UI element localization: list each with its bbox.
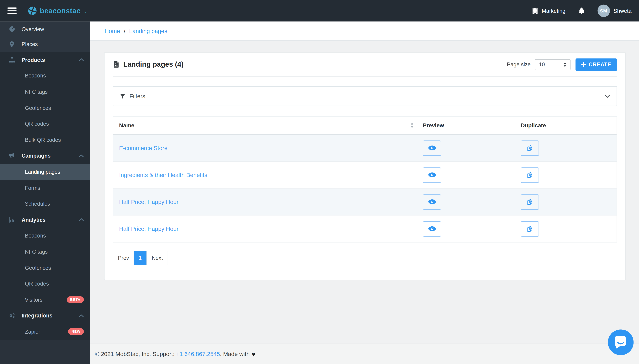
copy-icon bbox=[526, 144, 534, 152]
sidebar-item-label: QR codes bbox=[25, 280, 49, 287]
brand-name: beaconstac bbox=[40, 6, 81, 15]
breadcrumb-home-link[interactable]: Home bbox=[105, 28, 120, 34]
table-row: E-commerce Store bbox=[113, 135, 617, 162]
brand-mark-icon bbox=[28, 6, 37, 15]
card-header: Landing pages (4) Page size 10 bbox=[113, 53, 617, 77]
user-menu[interactable]: SM Shweta bbox=[597, 4, 631, 17]
page-size-select[interactable]: 10 bbox=[535, 59, 570, 70]
chevron-up-icon bbox=[79, 154, 84, 158]
breadcrumb-landing-pages-link[interactable]: Landing pages bbox=[129, 28, 167, 34]
sidebar-item-label: Forms bbox=[25, 185, 40, 191]
sidebar-section-integrations[interactable]: Integrations bbox=[0, 308, 90, 324]
duplicate-button[interactable] bbox=[521, 194, 539, 210]
sidebar-item-forms[interactable]: Forms bbox=[0, 180, 90, 196]
image-file-icon bbox=[113, 61, 120, 68]
page-title: Landing pages (4) bbox=[113, 60, 183, 69]
pagination-prev-button[interactable]: Prev bbox=[113, 251, 134, 265]
organization-switcher[interactable]: Marketing bbox=[532, 7, 565, 14]
sidebar-section-label: Integrations bbox=[22, 313, 53, 319]
funnel-icon bbox=[120, 94, 125, 99]
create-button[interactable]: CREATE bbox=[575, 58, 617, 71]
copyright-text: © 2021 MobStac, Inc. Support: bbox=[95, 351, 176, 357]
organization-label: Marketing bbox=[542, 8, 565, 14]
sidebar-item-label: QR codes bbox=[25, 121, 49, 127]
menu-icon[interactable] bbox=[8, 8, 17, 14]
top-bar: beaconstac ™ Ma bbox=[0, 0, 639, 22]
support-phone-link[interactable]: +1 646.867.2545 bbox=[176, 351, 220, 357]
pagination-next-button[interactable]: Next bbox=[147, 251, 168, 265]
eye-icon bbox=[428, 199, 436, 205]
sidebar-item-landing-pages[interactable]: Landing pages bbox=[0, 164, 90, 180]
table-header-row: Name Preview Duplicate bbox=[113, 117, 617, 135]
sidebar-item-label: Places bbox=[22, 41, 38, 47]
beta-badge: BETA bbox=[67, 296, 84, 303]
sidebar-item-label: Schedules bbox=[25, 200, 50, 207]
sitemap-icon bbox=[8, 57, 15, 63]
eye-icon bbox=[428, 145, 436, 151]
sidebar-item-beacons[interactable]: Beacons bbox=[0, 68, 90, 84]
column-header-duplicate: Duplicate bbox=[521, 122, 546, 128]
sort-icon[interactable] bbox=[410, 123, 414, 128]
sidebar-item-zapier[interactable]: Zapier NEW bbox=[0, 324, 90, 340]
pagination-page-1[interactable]: 1 bbox=[134, 251, 147, 265]
page-size-value: 10 bbox=[539, 61, 545, 68]
sidebar-item-label: Beacons bbox=[25, 73, 46, 79]
sidebar-section-products[interactable]: Products bbox=[0, 52, 90, 68]
sidebar-section-campaigns[interactable]: Campaigns bbox=[0, 148, 90, 164]
sidebar-item-label: Geofences bbox=[25, 264, 51, 271]
sidebar-item-label: Zapier bbox=[25, 328, 40, 335]
column-header-preview: Preview bbox=[423, 122, 444, 128]
sidebar-item-label: Landing pages bbox=[25, 169, 60, 175]
sidebar-item-label: Overview bbox=[22, 26, 44, 32]
preview-button[interactable] bbox=[423, 221, 441, 236]
landing-page-link[interactable]: Half Price, Happy Hour bbox=[119, 226, 178, 232]
sidebar-item-schedules[interactable]: Schedules bbox=[0, 196, 90, 212]
preview-button[interactable] bbox=[423, 194, 441, 210]
page-title-text: Landing pages (4) bbox=[123, 60, 184, 69]
sidebar-item-visitors[interactable]: Visitors BETA bbox=[0, 292, 90, 308]
sidebar-item-analytics-geofences[interactable]: Geofences bbox=[0, 260, 90, 276]
duplicate-button[interactable] bbox=[521, 140, 539, 156]
sidebar-item-geofences[interactable]: Geofences bbox=[0, 100, 90, 116]
sidebar-item-analytics-nfc-tags[interactable]: NFC tags bbox=[0, 244, 90, 260]
heart-icon: ♥ bbox=[252, 350, 256, 357]
column-header-name: Name bbox=[119, 122, 134, 128]
sidebar-item-nfc-tags[interactable]: NFC tags bbox=[0, 84, 90, 100]
breadcrumb-separator: / bbox=[124, 28, 125, 34]
bar-chart-icon bbox=[8, 216, 15, 223]
sidebar-item-places[interactable]: Places bbox=[0, 37, 90, 52]
dashboard-icon bbox=[8, 26, 15, 32]
sidebar: Overview Places bbox=[0, 22, 90, 364]
bell-icon bbox=[578, 7, 585, 14]
chevron-down-icon bbox=[604, 94, 610, 98]
building-icon bbox=[532, 7, 538, 14]
sidebar-item-analytics-qr-codes[interactable]: QR codes bbox=[0, 276, 90, 292]
eye-icon bbox=[428, 226, 436, 232]
sidebar-item-analytics-beacons[interactable]: Beacons bbox=[0, 228, 90, 244]
sidebar-item-overview[interactable]: Overview bbox=[0, 22, 90, 37]
landing-page-link[interactable]: E-commerce Store bbox=[119, 144, 167, 151]
chevron-up-icon bbox=[79, 58, 84, 62]
brand-logo[interactable]: beaconstac ™ bbox=[28, 6, 86, 15]
brand-trademark: ™ bbox=[84, 11, 86, 14]
duplicate-button[interactable] bbox=[521, 167, 539, 182]
table-row: Half Price, Happy Hour bbox=[113, 216, 617, 242]
main-area: Home / Landing pages bbox=[90, 22, 639, 364]
eye-icon bbox=[428, 172, 436, 178]
landing-page-link[interactable]: Half Price, Happy Hour bbox=[119, 198, 178, 205]
notifications-button[interactable] bbox=[578, 7, 585, 14]
sidebar-section-label: Products bbox=[22, 57, 45, 63]
landing-page-link[interactable]: Ingredients & their Health Benefits bbox=[119, 172, 207, 178]
preview-button[interactable] bbox=[423, 140, 441, 156]
sidebar-item-label: Visitors bbox=[25, 297, 43, 303]
chat-launcher-button[interactable] bbox=[608, 330, 634, 355]
sidebar-item-qr-codes[interactable]: QR codes bbox=[0, 116, 90, 132]
sidebar-item-bulk-qr-codes[interactable]: Bulk QR codes bbox=[0, 132, 90, 148]
copy-icon bbox=[526, 171, 534, 179]
create-button-label: CREATE bbox=[589, 61, 611, 68]
preview-button[interactable] bbox=[423, 167, 441, 182]
chat-bubble-icon bbox=[608, 330, 634, 355]
sidebar-section-analytics[interactable]: Analytics bbox=[0, 212, 90, 228]
filters-bar[interactable]: Filters bbox=[113, 86, 617, 106]
duplicate-button[interactable] bbox=[521, 221, 539, 236]
